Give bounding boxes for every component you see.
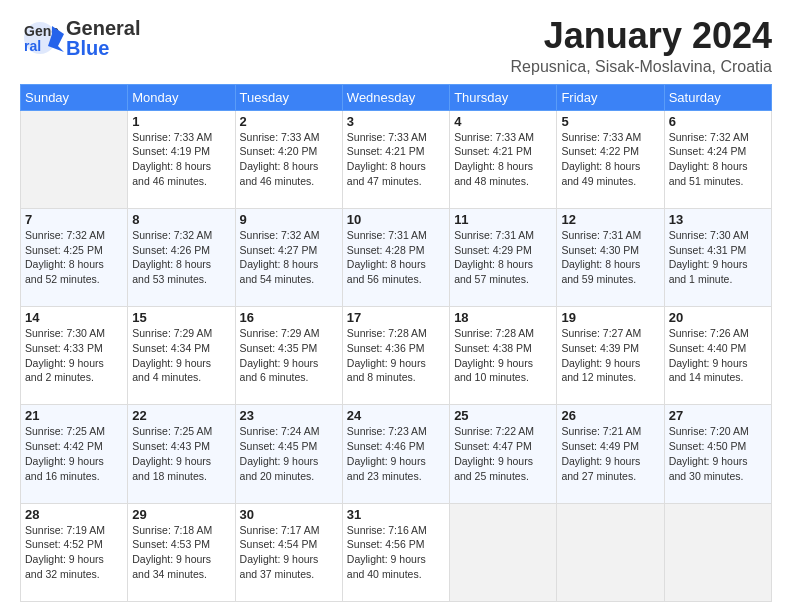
- cell-date: 5: [561, 114, 659, 129]
- calendar-cell: 2Sunrise: 7:33 AMSunset: 4:20 PMDaylight…: [235, 110, 342, 208]
- cell-date: 2: [240, 114, 338, 129]
- col-sunday: Sunday: [21, 84, 128, 110]
- cell-info: Sunrise: 7:32 AMSunset: 4:26 PMDaylight:…: [132, 228, 230, 287]
- cell-date: 13: [669, 212, 767, 227]
- calendar-cell: 22Sunrise: 7:25 AMSunset: 4:43 PMDayligh…: [128, 405, 235, 503]
- cell-date: 23: [240, 408, 338, 423]
- cell-info: Sunrise: 7:28 AMSunset: 4:36 PMDaylight:…: [347, 326, 445, 385]
- cell-info: Sunrise: 7:19 AMSunset: 4:52 PMDaylight:…: [25, 523, 123, 582]
- calendar-cell: 17Sunrise: 7:28 AMSunset: 4:36 PMDayligh…: [342, 307, 449, 405]
- calendar-row-1: 7Sunrise: 7:32 AMSunset: 4:25 PMDaylight…: [21, 208, 772, 306]
- calendar-cell: 29Sunrise: 7:18 AMSunset: 4:53 PMDayligh…: [128, 503, 235, 601]
- calendar-cell: 4Sunrise: 7:33 AMSunset: 4:21 PMDaylight…: [450, 110, 557, 208]
- cell-info: Sunrise: 7:29 AMSunset: 4:35 PMDaylight:…: [240, 326, 338, 385]
- calendar-cell: 5Sunrise: 7:33 AMSunset: 4:22 PMDaylight…: [557, 110, 664, 208]
- cell-date: 25: [454, 408, 552, 423]
- cell-date: 27: [669, 408, 767, 423]
- cell-date: 28: [25, 507, 123, 522]
- cell-info: Sunrise: 7:31 AMSunset: 4:28 PMDaylight:…: [347, 228, 445, 287]
- cell-date: 9: [240, 212, 338, 227]
- cell-date: 20: [669, 310, 767, 325]
- cell-date: 18: [454, 310, 552, 325]
- calendar-cell: 26Sunrise: 7:21 AMSunset: 4:49 PMDayligh…: [557, 405, 664, 503]
- calendar-cell: 3Sunrise: 7:33 AMSunset: 4:21 PMDaylight…: [342, 110, 449, 208]
- cell-date: 3: [347, 114, 445, 129]
- calendar-cell: [664, 503, 771, 601]
- calendar-cell: 28Sunrise: 7:19 AMSunset: 4:52 PMDayligh…: [21, 503, 128, 601]
- cell-info: Sunrise: 7:31 AMSunset: 4:30 PMDaylight:…: [561, 228, 659, 287]
- cell-info: Sunrise: 7:22 AMSunset: 4:47 PMDaylight:…: [454, 424, 552, 483]
- cell-date: 1: [132, 114, 230, 129]
- title-area: January 2024 Repusnica, Sisak-Moslavina,…: [511, 16, 772, 76]
- cell-date: 7: [25, 212, 123, 227]
- col-tuesday: Tuesday: [235, 84, 342, 110]
- cell-date: 12: [561, 212, 659, 227]
- calendar-row-0: 1Sunrise: 7:33 AMSunset: 4:19 PMDaylight…: [21, 110, 772, 208]
- calendar-cell: [450, 503, 557, 601]
- cell-date: 10: [347, 212, 445, 227]
- cell-info: Sunrise: 7:20 AMSunset: 4:50 PMDaylight:…: [669, 424, 767, 483]
- calendar-header-row: Sunday Monday Tuesday Wednesday Thursday…: [21, 84, 772, 110]
- calendar-cell: 30Sunrise: 7:17 AMSunset: 4:54 PMDayligh…: [235, 503, 342, 601]
- col-friday: Friday: [557, 84, 664, 110]
- cell-info: Sunrise: 7:25 AMSunset: 4:43 PMDaylight:…: [132, 424, 230, 483]
- col-wednesday: Wednesday: [342, 84, 449, 110]
- calendar-cell: 1Sunrise: 7:33 AMSunset: 4:19 PMDaylight…: [128, 110, 235, 208]
- logo-general: General: [66, 18, 140, 38]
- calendar-cell: 6Sunrise: 7:32 AMSunset: 4:24 PMDaylight…: [664, 110, 771, 208]
- logo-icon: Gene ral: [20, 16, 64, 60]
- calendar-cell: 12Sunrise: 7:31 AMSunset: 4:30 PMDayligh…: [557, 208, 664, 306]
- cell-info: Sunrise: 7:31 AMSunset: 4:29 PMDaylight:…: [454, 228, 552, 287]
- calendar-cell: [557, 503, 664, 601]
- cell-info: Sunrise: 7:33 AMSunset: 4:19 PMDaylight:…: [132, 130, 230, 189]
- calendar-row-2: 14Sunrise: 7:30 AMSunset: 4:33 PMDayligh…: [21, 307, 772, 405]
- cell-info: Sunrise: 7:28 AMSunset: 4:38 PMDaylight:…: [454, 326, 552, 385]
- calendar-row-3: 21Sunrise: 7:25 AMSunset: 4:42 PMDayligh…: [21, 405, 772, 503]
- cell-date: 11: [454, 212, 552, 227]
- cell-date: 17: [347, 310, 445, 325]
- logo-blue: Blue: [66, 38, 140, 58]
- calendar-cell: 25Sunrise: 7:22 AMSunset: 4:47 PMDayligh…: [450, 405, 557, 503]
- cell-info: Sunrise: 7:33 AMSunset: 4:21 PMDaylight:…: [347, 130, 445, 189]
- calendar-cell: 27Sunrise: 7:20 AMSunset: 4:50 PMDayligh…: [664, 405, 771, 503]
- cell-date: 8: [132, 212, 230, 227]
- cell-info: Sunrise: 7:16 AMSunset: 4:56 PMDaylight:…: [347, 523, 445, 582]
- cell-info: Sunrise: 7:26 AMSunset: 4:40 PMDaylight:…: [669, 326, 767, 385]
- cell-date: 15: [132, 310, 230, 325]
- page: Gene ral General Blue January 2024 Repus…: [0, 0, 792, 612]
- cell-date: 14: [25, 310, 123, 325]
- calendar-cell: [21, 110, 128, 208]
- cell-date: 6: [669, 114, 767, 129]
- calendar-cell: 31Sunrise: 7:16 AMSunset: 4:56 PMDayligh…: [342, 503, 449, 601]
- cell-date: 16: [240, 310, 338, 325]
- calendar-cell: 13Sunrise: 7:30 AMSunset: 4:31 PMDayligh…: [664, 208, 771, 306]
- cell-date: 31: [347, 507, 445, 522]
- calendar-cell: 15Sunrise: 7:29 AMSunset: 4:34 PMDayligh…: [128, 307, 235, 405]
- cell-date: 26: [561, 408, 659, 423]
- calendar-cell: 16Sunrise: 7:29 AMSunset: 4:35 PMDayligh…: [235, 307, 342, 405]
- col-monday: Monday: [128, 84, 235, 110]
- cell-date: 4: [454, 114, 552, 129]
- cell-date: 24: [347, 408, 445, 423]
- location-title: Repusnica, Sisak-Moslavina, Croatia: [511, 58, 772, 76]
- col-saturday: Saturday: [664, 84, 771, 110]
- calendar-row-4: 28Sunrise: 7:19 AMSunset: 4:52 PMDayligh…: [21, 503, 772, 601]
- cell-info: Sunrise: 7:21 AMSunset: 4:49 PMDaylight:…: [561, 424, 659, 483]
- calendar-cell: 19Sunrise: 7:27 AMSunset: 4:39 PMDayligh…: [557, 307, 664, 405]
- cell-date: 29: [132, 507, 230, 522]
- cell-date: 21: [25, 408, 123, 423]
- calendar-cell: 7Sunrise: 7:32 AMSunset: 4:25 PMDaylight…: [21, 208, 128, 306]
- calendar-table: Sunday Monday Tuesday Wednesday Thursday…: [20, 84, 772, 602]
- cell-info: Sunrise: 7:27 AMSunset: 4:39 PMDaylight:…: [561, 326, 659, 385]
- cell-info: Sunrise: 7:32 AMSunset: 4:25 PMDaylight:…: [25, 228, 123, 287]
- calendar-cell: 24Sunrise: 7:23 AMSunset: 4:46 PMDayligh…: [342, 405, 449, 503]
- header: Gene ral General Blue January 2024 Repus…: [20, 16, 772, 76]
- cell-info: Sunrise: 7:30 AMSunset: 4:31 PMDaylight:…: [669, 228, 767, 287]
- cell-info: Sunrise: 7:33 AMSunset: 4:22 PMDaylight:…: [561, 130, 659, 189]
- cell-info: Sunrise: 7:18 AMSunset: 4:53 PMDaylight:…: [132, 523, 230, 582]
- calendar-cell: 10Sunrise: 7:31 AMSunset: 4:28 PMDayligh…: [342, 208, 449, 306]
- cell-info: Sunrise: 7:33 AMSunset: 4:20 PMDaylight:…: [240, 130, 338, 189]
- calendar-cell: 11Sunrise: 7:31 AMSunset: 4:29 PMDayligh…: [450, 208, 557, 306]
- calendar-cell: 14Sunrise: 7:30 AMSunset: 4:33 PMDayligh…: [21, 307, 128, 405]
- cell-date: 22: [132, 408, 230, 423]
